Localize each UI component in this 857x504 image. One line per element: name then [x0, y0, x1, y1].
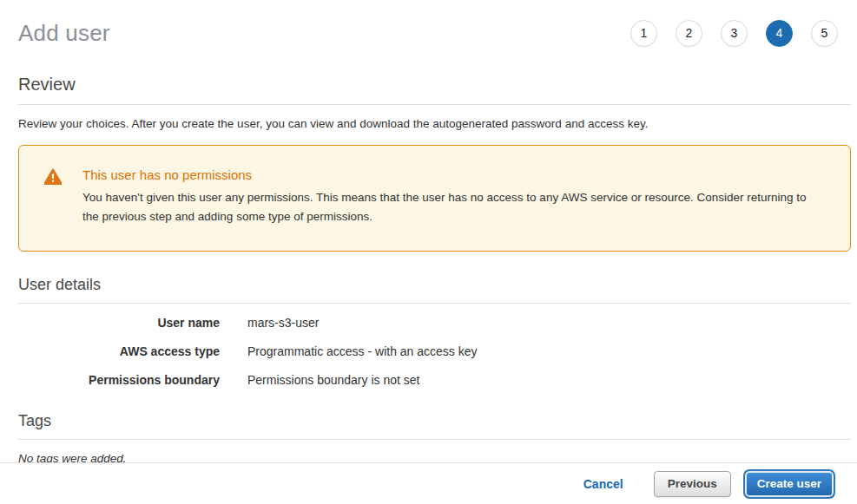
detail-value: Programmatic access - with an access key: [247, 344, 478, 358]
user-details-heading: User details: [18, 276, 851, 304]
detail-row-permissions-boundary: Permissions boundary Permissions boundar…: [18, 373, 851, 387]
detail-value: Permissions boundary is not set: [247, 373, 419, 387]
detail-row-user-name: User name mars-s3-user: [18, 316, 851, 330]
step-1[interactable]: 1: [630, 20, 657, 47]
wizard-header: Add user 1 2 3 4 5: [0, 0, 857, 54]
warning-body: You haven't given this user any permissi…: [82, 188, 826, 226]
user-details-list: User name mars-s3-user AWS access type P…: [18, 316, 851, 387]
step-3[interactable]: 3: [721, 20, 748, 47]
detail-label: AWS access type: [18, 344, 220, 358]
step-4-active[interactable]: 4: [766, 20, 793, 47]
step-indicator: 1 2 3 4 5: [630, 20, 838, 47]
wizard-footer: Cancel Previous Create user: [0, 462, 857, 504]
detail-row-access-type: AWS access type Programmatic access - wi…: [18, 344, 851, 358]
review-heading: Review: [18, 75, 851, 105]
warning-text-block: This user has no permissions You haven't…: [82, 167, 826, 251]
step-2[interactable]: 2: [676, 20, 702, 47]
review-description: Review your choices. After you create th…: [18, 117, 851, 130]
detail-label: Permissions boundary: [18, 373, 220, 387]
detail-label: User name: [18, 316, 220, 330]
no-permissions-warning-banner: This user has no permissions You haven't…: [18, 145, 851, 252]
create-user-button[interactable]: Create user: [743, 469, 835, 499]
previous-button[interactable]: Previous: [654, 471, 731, 497]
tags-heading: Tags: [18, 412, 851, 440]
step-5[interactable]: 5: [811, 20, 838, 47]
page-title: Add user: [18, 20, 110, 47]
cancel-link[interactable]: Cancel: [583, 477, 623, 491]
review-step-content: Review Review your choices. After you cr…: [18, 75, 851, 465]
detail-value: mars-s3-user: [247, 316, 319, 330]
warning-triangle-icon: [44, 168, 62, 251]
warning-title: This user has no permissions: [82, 167, 826, 182]
